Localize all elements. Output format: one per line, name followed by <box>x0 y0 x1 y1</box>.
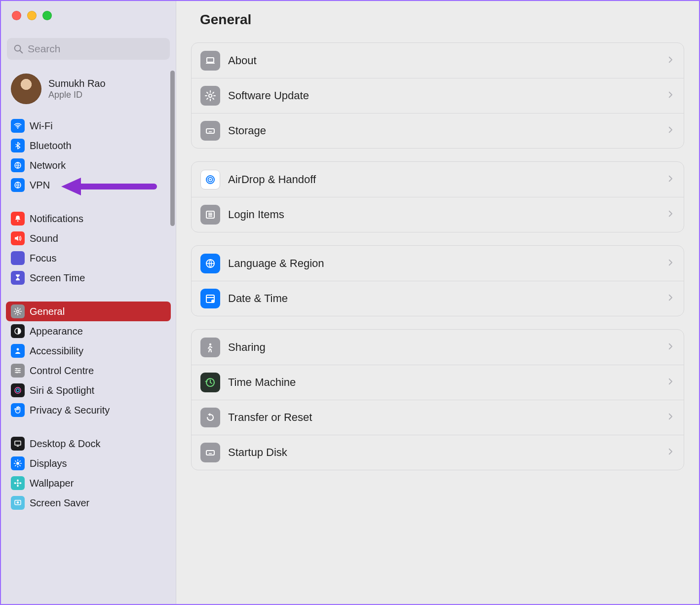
chevron-right-icon <box>666 342 675 353</box>
airdrop-icon <box>200 170 220 189</box>
sidebar-item-label: Network <box>30 160 66 171</box>
chevron-right-icon <box>666 90 675 101</box>
settings-row-time-machine[interactable]: Time Machine <box>192 365 684 400</box>
svg-point-29 <box>19 482 22 484</box>
settings-row-label: Date & Time <box>228 292 658 305</box>
sidebar-item-label: Desktop & Dock <box>30 438 100 450</box>
sidebar-group: Wi-FiBluetoothNetworkVPN <box>6 116 171 195</box>
sidebar-scrollbar-thumb[interactable] <box>170 71 175 226</box>
svg-marker-50 <box>205 381 208 382</box>
svg-point-28 <box>14 482 17 484</box>
sidebar-item-label: Bluetooth <box>30 140 72 151</box>
svg-marker-51 <box>208 413 210 416</box>
sidebar-item-notifications[interactable]: Notifications <box>6 209 171 228</box>
sidebar-group: Desktop & DockDisplaysWallpaperScreen Sa… <box>6 434 171 513</box>
wifi-icon <box>11 119 25 133</box>
sliders-icon <box>11 364 25 378</box>
svg-line-22 <box>20 465 21 466</box>
sidebar-item-label: VPN <box>30 180 50 191</box>
laptop-icon <box>200 51 220 71</box>
apple-id-row[interactable]: Sumukh Rao Apple ID <box>1 65 176 114</box>
sidebar-item-appearance[interactable]: Appearance <box>6 321 171 341</box>
svg-point-5 <box>17 221 19 222</box>
svg-rect-33 <box>206 63 215 64</box>
bell-icon <box>11 212 25 226</box>
bluetooth-icon <box>11 139 25 152</box>
search-field[interactable] <box>7 38 170 60</box>
account-name: Sumukh Rao <box>48 77 106 90</box>
chevron-right-icon <box>666 258 675 269</box>
siri-icon <box>11 383 25 397</box>
search-input[interactable] <box>28 43 164 55</box>
sidebar-item-wallpaper[interactable]: Wallpaper <box>6 473 171 493</box>
settings-row-storage[interactable]: Storage <box>192 113 684 148</box>
sidebar-item-bluetooth[interactable]: Bluetooth <box>6 136 171 155</box>
sidebar-item-focus[interactable]: Focus <box>6 248 171 268</box>
settings-row-label: Storage <box>228 124 658 137</box>
sidebar: Sumukh Rao Apple ID Wi-FiBluetoothNetwor… <box>1 1 176 604</box>
main-header: General <box>176 1 699 42</box>
globe-icon <box>11 178 25 192</box>
sidebar-item-general[interactable]: General <box>6 302 171 321</box>
settings-row-software-update[interactable]: Software Update <box>192 78 684 113</box>
sidebar-item-label: Wallpaper <box>30 478 74 489</box>
svg-point-25 <box>17 482 19 484</box>
flower-icon <box>11 476 25 490</box>
sidebar-item-vpn[interactable]: VPN <box>6 175 171 195</box>
settings-row-startup-disk[interactable]: Startup Disk <box>192 435 684 470</box>
sidebar-item-screen-time[interactable]: Screen Time <box>6 268 171 288</box>
sidebar-item-label: Privacy & Security <box>30 405 110 416</box>
panel-area: AboutSoftware UpdateStorageAirDrop & Han… <box>176 42 699 470</box>
svg-point-10 <box>18 370 20 372</box>
settings-row-airdrop-handoff[interactable]: AirDrop & Handoff <box>192 162 684 197</box>
sidebar-item-privacy-security[interactable]: Privacy & Security <box>6 400 171 420</box>
contrast-icon <box>11 324 25 338</box>
person-icon <box>11 344 25 358</box>
svg-rect-36 <box>209 131 212 132</box>
svg-rect-35 <box>206 129 214 133</box>
sidebar-item-label: Sound <box>30 233 58 244</box>
sidebar-item-wi-fi[interactable]: Wi-Fi <box>6 116 171 136</box>
svg-point-27 <box>17 485 18 487</box>
sidebar-item-network[interactable]: Network <box>6 155 171 175</box>
chevron-right-icon <box>666 377 675 388</box>
sidebar-item-displays[interactable]: Displays <box>6 454 171 473</box>
settings-row-about[interactable]: About <box>192 43 684 78</box>
sidebar-item-label: Accessibility <box>30 345 83 357</box>
settings-row-sharing[interactable]: Sharing <box>192 330 684 365</box>
sidebar-item-desktop-dock[interactable]: Desktop & Dock <box>6 434 171 454</box>
settings-row-transfer-or-reset[interactable]: Transfer or Reset <box>192 400 684 435</box>
settings-row-language-region[interactable]: Language & Region <box>192 246 684 281</box>
chevron-right-icon <box>666 174 675 185</box>
svg-rect-14 <box>15 441 21 445</box>
settings-row-login-items[interactable]: Login Items <box>192 197 684 232</box>
sidebar-item-screen-saver[interactable]: Screen Saver <box>6 493 171 513</box>
settings-row-label: Software Update <box>228 89 658 102</box>
svg-point-47 <box>211 300 214 302</box>
svg-point-8 <box>17 348 19 351</box>
close-window-button[interactable] <box>12 11 21 20</box>
sidebar-item-sound[interactable]: Sound <box>6 228 171 248</box>
settings-row-label: Language & Region <box>228 257 658 270</box>
zoom-window-button[interactable] <box>42 11 52 20</box>
settings-row-label: Time Machine <box>228 376 658 389</box>
sidebar-item-label: Displays <box>30 458 67 469</box>
account-sub: Apple ID <box>48 90 106 101</box>
svg-point-31 <box>17 501 19 504</box>
minimize-window-button[interactable] <box>27 11 37 20</box>
settings-row-label: Startup Disk <box>228 446 658 459</box>
sidebar-item-accessibility[interactable]: Accessibility <box>6 341 171 361</box>
sidebar-item-siri-spotlight[interactable]: Siri & Spotlight <box>6 380 171 400</box>
moon-icon <box>11 251 25 265</box>
settings-row-label: About <box>228 54 658 67</box>
svg-point-48 <box>209 343 211 345</box>
sidebar-group: GeneralAppearanceAccessibilityControl Ce… <box>6 302 171 420</box>
chevron-right-icon <box>666 125 675 136</box>
svg-point-26 <box>17 480 18 482</box>
settings-row-date-time[interactable]: Date & Time <box>192 281 684 316</box>
settings-row-label: AirDrop & Handoff <box>228 173 658 186</box>
hand-icon <box>11 403 25 417</box>
svg-line-1 <box>20 50 22 53</box>
settings-panel: AirDrop & HandoffLogin Items <box>191 161 684 232</box>
sidebar-item-control-centre[interactable]: Control Centre <box>6 361 171 380</box>
